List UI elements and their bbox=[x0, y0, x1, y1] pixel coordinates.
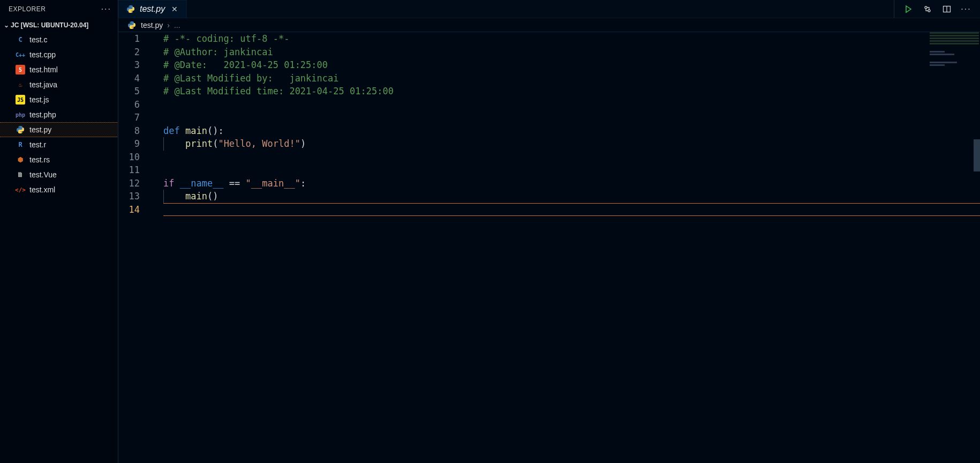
explorer-sidebar: EXPLORER ··· ⌄ JC [WSL: UBUNTU-20.04] Ct… bbox=[0, 0, 118, 463]
explorer-more-icon[interactable]: ··· bbox=[101, 4, 111, 14]
c-file-icon: C bbox=[16, 35, 25, 44]
workspace-folder[interactable]: ⌄ JC [WSL: UBUNTU-20.04] bbox=[0, 18, 118, 32]
tab-bar: test.py ✕ ··· bbox=[118, 0, 980, 18]
file-list: Ctest.cC++test.cpp5test.html♨test.javaJS… bbox=[0, 32, 118, 197]
line-number: 12 bbox=[118, 177, 140, 190]
vue-file-icon: 🗎 bbox=[16, 170, 25, 180]
file-item-test-xml[interactable]: </>test.xml bbox=[0, 182, 118, 197]
rust-file-icon: ⬢ bbox=[16, 155, 25, 165]
php-file-icon: php bbox=[16, 110, 25, 120]
line-number: 5 bbox=[118, 85, 140, 98]
line-number: 10 bbox=[118, 151, 140, 164]
breadcrumb[interactable]: test.py › ... bbox=[118, 18, 980, 32]
code-line[interactable]: # @Author: jankincai bbox=[163, 46, 980, 59]
tab-test-py[interactable]: test.py ✕ bbox=[118, 0, 187, 18]
xml-file-icon: </> bbox=[16, 185, 25, 195]
editor-actions: ··· bbox=[894, 0, 980, 18]
line-number: 11 bbox=[118, 163, 140, 177]
code-line[interactable]: print("Hello, World!") bbox=[163, 137, 980, 151]
js-file-icon: JS bbox=[16, 95, 25, 104]
line-number: 14 bbox=[118, 203, 140, 216]
line-number: 8 bbox=[118, 124, 140, 138]
code-line[interactable] bbox=[163, 163, 980, 177]
file-item-test-php[interactable]: phptest.php bbox=[0, 107, 118, 122]
file-label: test.xml bbox=[29, 185, 55, 194]
python-file-icon bbox=[16, 125, 25, 135]
file-label: test.html bbox=[29, 65, 58, 74]
line-number: 13 bbox=[118, 190, 140, 203]
code-line[interactable] bbox=[163, 151, 980, 164]
chevron-right-icon: › bbox=[167, 21, 170, 29]
code-line[interactable]: # @Last Modified by: jankincai bbox=[163, 72, 980, 85]
explorer-title: EXPLORER bbox=[9, 5, 46, 13]
file-label: test.php bbox=[29, 110, 56, 119]
file-label: test.Vue bbox=[29, 170, 57, 179]
code-line[interactable]: # -*- coding: utf-8 -*- bbox=[163, 32, 980, 46]
breadcrumb-rest: ... bbox=[174, 21, 180, 29]
file-item-test-java[interactable]: ♨test.java bbox=[0, 77, 118, 92]
more-actions-icon[interactable]: ··· bbox=[961, 4, 971, 14]
file-label: test.cpp bbox=[29, 50, 56, 59]
file-label: test.js bbox=[29, 95, 49, 104]
code-editor[interactable]: 1234567891011121314 # -*- coding: utf-8 … bbox=[118, 32, 980, 463]
line-number: 1 bbox=[118, 32, 140, 46]
file-item-test-rs[interactable]: ⬢test.rs bbox=[0, 152, 118, 167]
html-file-icon: 5 bbox=[16, 65, 25, 74]
java-file-icon: ♨ bbox=[16, 80, 25, 89]
workspace-name: JC [WSL: UBUNTU-20.04] bbox=[11, 21, 88, 29]
file-item-test-r[interactable]: Rtest.r bbox=[0, 137, 118, 152]
chevron-down-icon: ⌄ bbox=[2, 21, 11, 29]
line-number-gutter: 1234567891011121314 bbox=[118, 32, 148, 463]
code-line[interactable] bbox=[163, 98, 980, 111]
explorer-header: EXPLORER ··· bbox=[0, 0, 118, 18]
minimap[interactable] bbox=[930, 32, 979, 75]
file-label: test.java bbox=[29, 80, 57, 89]
line-number: 4 bbox=[118, 72, 140, 85]
cpp-file-icon: C++ bbox=[16, 50, 25, 59]
file-item-test-c[interactable]: Ctest.c bbox=[0, 32, 118, 47]
r-file-icon: R bbox=[16, 140, 25, 150]
line-number: 3 bbox=[118, 58, 140, 72]
file-label: test.c bbox=[29, 35, 47, 44]
code-line[interactable]: main() bbox=[163, 190, 980, 203]
file-label: test.rs bbox=[29, 155, 50, 164]
run-icon[interactable] bbox=[903, 4, 914, 14]
file-item-test-py[interactable]: test.py bbox=[0, 122, 118, 137]
code-line[interactable]: # @Date: 2021-04-25 01:25:00 bbox=[163, 58, 980, 72]
file-item-test-cpp[interactable]: C++test.cpp bbox=[0, 47, 118, 62]
tab-label: test.py bbox=[140, 4, 165, 14]
code-content[interactable]: # -*- coding: utf-8 -*-# @Author: jankin… bbox=[148, 32, 980, 463]
python-file-icon bbox=[127, 20, 137, 30]
split-editor-icon[interactable] bbox=[941, 4, 952, 14]
indent-guide bbox=[163, 190, 164, 203]
line-number: 2 bbox=[118, 46, 140, 59]
compare-changes-icon[interactable] bbox=[922, 4, 933, 14]
file-item-test-Vue[interactable]: 🗎test.Vue bbox=[0, 167, 118, 182]
line-number: 7 bbox=[118, 111, 140, 124]
line-number: 9 bbox=[118, 137, 140, 151]
file-item-test-html[interactable]: 5test.html bbox=[0, 62, 118, 77]
breadcrumb-file: test.py bbox=[141, 21, 163, 29]
code-line[interactable] bbox=[163, 111, 980, 124]
code-line[interactable]: def main(): bbox=[163, 124, 980, 138]
code-line[interactable] bbox=[163, 203, 980, 216]
file-label: test.r bbox=[29, 140, 46, 149]
code-line[interactable]: if __name__ == "__main__": bbox=[163, 177, 980, 190]
indent-guide bbox=[163, 137, 164, 151]
close-icon[interactable]: ✕ bbox=[169, 5, 180, 13]
file-label: test.py bbox=[29, 125, 51, 134]
line-number: 6 bbox=[118, 98, 140, 111]
python-file-icon bbox=[126, 4, 135, 14]
code-line[interactable]: # @Last Modified time: 2021-04-25 01:25:… bbox=[163, 85, 980, 98]
scrollbar-thumb[interactable] bbox=[974, 139, 980, 171]
file-item-test-js[interactable]: JStest.js bbox=[0, 92, 118, 107]
editor-area: test.py ✕ ··· test.py › ... 123456789101… bbox=[118, 0, 980, 463]
